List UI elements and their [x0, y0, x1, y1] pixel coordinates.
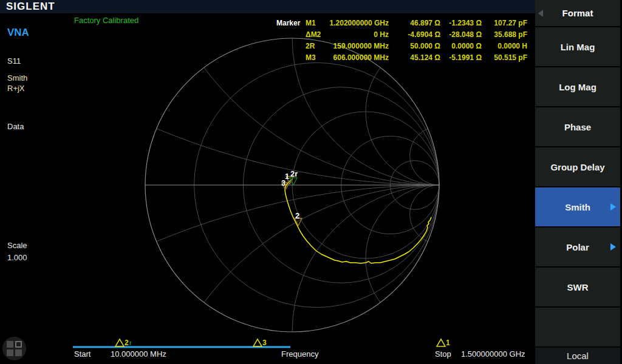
grid-square	[7, 341, 13, 348]
marker-freq: 159.000000 MHz	[329, 41, 389, 52]
table-row: M3 606.000000 MHz 45.124 Ω -5.1991 Ω 50.…	[276, 52, 527, 64]
marker-readout-table: Marker M1 1.202000000 GHz 46.897 Ω -1.23…	[276, 18, 527, 64]
menu-item-label: Phase	[564, 122, 591, 132]
marker-resistance: 45.124 Ω	[389, 52, 440, 64]
svg-text:3: 3	[262, 339, 267, 347]
table-row: ΔM2 0 Hz -4.6904 Ω -28.048 Ω 35.688 pF	[276, 29, 527, 41]
marker-capacitance: 35.688 pF	[482, 29, 527, 41]
svg-text:2: 2	[295, 211, 299, 220]
menu-item-swr[interactable]: SWR	[535, 268, 620, 306]
marker-reactance: -5.1991 Ω	[440, 52, 482, 64]
local-label: Local	[567, 351, 589, 361]
menu-item-label: SWR	[567, 282, 589, 292]
home-menu-button[interactable]	[2, 337, 26, 360]
marker-capacitance: 50.515 pF	[482, 52, 527, 64]
svg-text:r: r	[129, 339, 132, 346]
marker-freq: 1.202000000 GHz	[329, 18, 389, 29]
marker-resistance: 46.897 Ω	[389, 18, 440, 29]
stop-frequency-value[interactable]: 1.500000000 GHz	[461, 349, 525, 359]
marker-freq: 606.000000 MHz	[329, 52, 389, 64]
marker-inductance: 0.0000 H	[482, 41, 527, 52]
menu-item-group-delay[interactable]: Group Delay	[535, 147, 620, 186]
start-label[interactable]: Start	[74, 349, 91, 359]
calibration-status: Factory Calibrated	[74, 16, 138, 25]
start-frequency-value[interactable]: 10.000000 MHz	[111, 349, 166, 359]
format-label-line1[interactable]: Smith	[7, 73, 27, 83]
marker-reactance: -28.048 Ω	[440, 29, 482, 41]
app-title: VNA	[7, 27, 29, 39]
grid-square	[7, 349, 13, 356]
menu-item-label: Smith	[565, 202, 590, 212]
marker-name: ΔM2	[306, 29, 329, 41]
marker-name: M3	[306, 52, 329, 64]
marker-table-header: Marker	[276, 18, 306, 29]
marker-capacitance: 107.27 pF	[482, 18, 527, 29]
menu-item-label: Lin Mag	[561, 42, 595, 52]
grid-square-outline	[15, 341, 22, 348]
menu-item-label: Log Mag	[559, 82, 596, 92]
menu-item-phase[interactable]: Phase	[535, 107, 620, 146]
vna-screen: 12r322r31 SIGLENT Factory Calibrated VNA…	[0, 0, 622, 364]
marker-freq: 0 Hz	[329, 29, 389, 41]
marker-reactance: 0.0000 Ω	[440, 41, 482, 52]
data-label[interactable]: Data	[7, 122, 24, 131]
stop-label[interactable]: Stop	[435, 349, 451, 359]
frequency-axis-label: Frequency	[281, 349, 318, 359]
svg-text:2: 2	[125, 339, 129, 347]
format-label-line2: R+jX	[7, 84, 25, 93]
table-row: Marker M1 1.202000000 GHz 46.897 Ω -1.23…	[276, 18, 527, 29]
scale-value: 1.000	[7, 253, 27, 262]
softkey-menu: Format Lin Mag Log Mag Phase Group Delay…	[535, 0, 620, 364]
menu-item-lin-mag[interactable]: Lin Mag	[535, 27, 620, 66]
menu-title-label: Format	[562, 8, 593, 18]
submenu-arrow-icon	[610, 203, 616, 211]
marker-name: 2R	[306, 41, 329, 52]
submenu-arrow-icon	[610, 243, 616, 251]
menu-item-log-mag[interactable]: Log Mag	[535, 67, 620, 106]
marker-resistance: -4.6904 Ω	[389, 29, 440, 41]
menu-title-format[interactable]: Format	[535, 0, 620, 26]
scale-label[interactable]: Scale	[7, 241, 27, 250]
grid-square	[15, 349, 22, 356]
svg-text:3: 3	[281, 178, 285, 187]
marker-resistance: 50.000 Ω	[389, 41, 440, 52]
channel-label[interactable]: S11	[7, 56, 21, 66]
marker-reactance: -1.2343 Ω	[440, 18, 482, 29]
menu-item-smith[interactable]: Smith	[535, 187, 620, 226]
local-button[interactable]: Local	[535, 348, 620, 364]
grid-icon	[7, 341, 22, 356]
menu-item-label: Polar	[566, 242, 589, 252]
svg-text:2r: 2r	[290, 169, 298, 178]
menu-item-polar[interactable]: Polar	[535, 228, 620, 266]
marker-name: M1	[306, 18, 329, 29]
menu-item-empty[interactable]	[535, 308, 620, 346]
svg-text:1: 1	[446, 339, 450, 347]
table-row: 2R 159.000000 MHz 50.000 Ω 0.0000 Ω 0.00…	[276, 41, 527, 52]
back-arrow-icon	[538, 10, 543, 17]
menu-item-label: Group Delay	[550, 162, 604, 172]
